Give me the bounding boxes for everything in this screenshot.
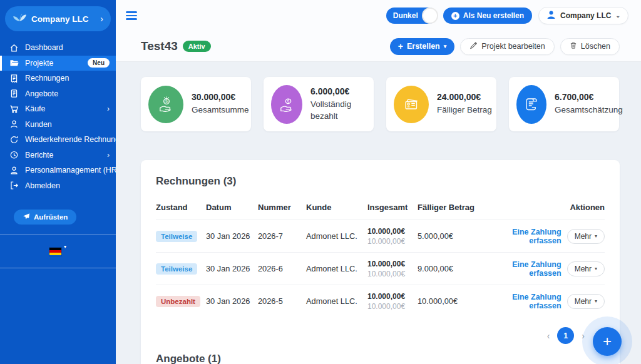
stat-label: Fälliger Betrag <box>437 104 492 116</box>
table-row: Teilweise 30 Jan 2026 2026-7 Admonet LLC… <box>156 220 605 252</box>
delete-label: Löschen <box>581 42 610 51</box>
sidebar-item-kunden[interactable]: Kunden <box>0 117 116 133</box>
company-logo-icon <box>13 12 27 26</box>
invoice-number: 2026-7 <box>258 231 306 241</box>
edit-project-button[interactable]: Projekt bearbeiten <box>460 38 554 55</box>
create-dropdown-button[interactable]: + Erstellen ▾ <box>390 38 455 55</box>
sidebar-item-label: Projekte <box>25 59 53 68</box>
sidebar-item-label: Kunden <box>25 120 52 129</box>
chevron-right-icon: › <box>107 151 110 159</box>
sidebar-item-label: Angebote <box>25 89 58 98</box>
more-button[interactable]: Mehr ▾ <box>567 261 605 276</box>
company-logo-button[interactable]: Company LLC › <box>5 6 111 31</box>
create-as-new-button[interactable]: + Als Neu erstellen <box>443 8 532 24</box>
sidebar-item-berichte[interactable]: Berichte › <box>0 148 116 163</box>
more-label: Mehr <box>575 232 592 241</box>
status-badge: Unbezahlt <box>156 296 200 307</box>
toggle-knob[interactable] <box>422 8 438 24</box>
logout-icon <box>9 181 19 190</box>
language-selector[interactable]: ▾ <box>0 235 116 268</box>
upgrade-button[interactable]: Aufrüsten <box>14 210 76 225</box>
column-header: Datum <box>206 203 258 212</box>
invoice-due: 9.000,00€ <box>418 264 493 273</box>
stat-label: Gesamtschätzung <box>555 104 612 116</box>
sidebar-item-label: Rechnungen <box>25 74 69 83</box>
add-fab-button[interactable]: + <box>593 327 622 356</box>
pencil-icon <box>469 41 478 51</box>
invoice-total-secondary: 10.000,00€ <box>367 270 418 278</box>
column-header: Aktionen <box>493 203 605 212</box>
invoice-customer: Admonet LLC. <box>306 231 367 241</box>
sidebar: Company LLC › Dashboard Projekte Neu <box>0 0 116 364</box>
more-button[interactable]: Mehr ▾ <box>567 229 605 244</box>
sidebar-item-rechnungen[interactable]: Rechnungen <box>0 71 116 86</box>
page-number-button[interactable]: 1 <box>557 327 574 344</box>
trash-icon <box>570 41 577 51</box>
sidebar-item-kaeufe[interactable]: Käufe › <box>0 101 116 117</box>
table-header-row: Zustand Datum Nummer Kunde Insgesamt Fäl… <box>156 196 605 220</box>
record-payment-link[interactable]: Eine Zahlung erfassen <box>493 293 562 310</box>
content-area: $ 30.000,00€ Gesamtsumme € <box>116 62 641 364</box>
neu-badge: Neu <box>88 58 110 68</box>
stat-card-due-amount: 24.000,00€ Fälliger Betrag <box>386 77 496 131</box>
table-row: Unbezahlt 30 Jan 2026 2026-5 Admonet LLC… <box>156 285 605 317</box>
invoice-customer: Admonet LLC. <box>306 296 367 306</box>
more-button[interactable]: Mehr ▾ <box>567 294 605 309</box>
topbar: Dunkel + Als Neu erstellen Company LLC ⌄ <box>116 0 641 31</box>
invoice-number: 2026-6 <box>258 264 306 273</box>
stat-label: Gesamtsumme <box>192 104 249 116</box>
column-header: Nummer <box>258 203 306 212</box>
stat-card-total: $ 30.000,00€ Gesamtsumme <box>141 77 251 131</box>
sidebar-item-abmelden[interactable]: Abmelden <box>0 178 116 194</box>
quote-icon <box>9 89 19 98</box>
record-payment-link[interactable]: Eine Zahlung erfassen <box>493 228 562 245</box>
create-as-new-label: Als Neu erstellen <box>463 11 524 20</box>
stat-amount: 6.000,00€ <box>310 86 368 96</box>
menu-toggle-icon[interactable] <box>126 9 137 22</box>
sidebar-nav: Dashboard Projekte Neu Rechnungen <box>0 40 116 193</box>
svg-text:$: $ <box>165 99 168 103</box>
reports-icon <box>9 150 19 159</box>
invoices-title: Rechnungen (3) <box>156 175 605 188</box>
invoice-total: 10.000,00€ <box>367 260 418 268</box>
table-row: Teilweise 30 Jan 2026 2026-6 Admonet LLC… <box>156 252 605 285</box>
estimate-scroll-icon <box>516 85 546 124</box>
dark-mode-toggle[interactable]: Dunkel <box>386 8 437 24</box>
account-menu[interactable]: Company LLC ⌄ <box>538 7 628 24</box>
sidebar-item-label: Wiederkehrende Rechnung <box>25 135 120 144</box>
sidebar-item-dashboard[interactable]: Dashboard <box>0 40 116 56</box>
hrm-icon <box>9 166 19 175</box>
column-header: Zustand <box>156 203 206 212</box>
invoices-table: Zustand Datum Nummer Kunde Insgesamt Fäl… <box>156 196 605 317</box>
pagination: ‹ 1 › <box>156 327 605 344</box>
cart-icon <box>9 104 19 114</box>
column-header: Kunde <box>306 203 367 212</box>
invoice-due: 5.000,00€ <box>418 231 493 241</box>
invoice-total-secondary: 10.000,00€ <box>367 237 418 246</box>
sidebar-item-label: Dashboard <box>25 43 63 52</box>
prev-page-icon[interactable]: ‹ <box>547 331 550 341</box>
sidebar-item-personalmanagement[interactable]: Personalmanagement (HRM) › <box>0 163 116 178</box>
status-badge: Teilweise <box>156 231 197 242</box>
sidebar-item-wiederkehrende-rechnung[interactable]: Wiederkehrende Rechnung <box>0 132 116 148</box>
hand-coin-icon: $ <box>148 86 183 123</box>
status-badge: Teilweise <box>156 263 197 275</box>
delete-button[interactable]: Löschen <box>560 38 620 55</box>
sidebar-item-projekte[interactable]: Projekte Neu <box>0 56 116 71</box>
more-label: Mehr <box>575 297 592 306</box>
sidebar-item-label: Berichte <box>25 151 53 159</box>
main-area: Dunkel + Als Neu erstellen Company LLC ⌄… <box>116 0 641 364</box>
invoice-date: 30 Jan 2026 <box>206 231 258 241</box>
edit-project-label: Projekt bearbeiten <box>481 42 545 51</box>
payment-card-icon <box>394 86 429 123</box>
invoice-due: 10.000,00€ <box>418 296 493 306</box>
german-flag-icon <box>49 248 61 256</box>
upgrade-label: Aufrüsten <box>34 213 68 221</box>
record-payment-link[interactable]: Eine Zahlung erfassen <box>493 260 562 278</box>
sidebar-collapse-icon[interactable]: › <box>100 14 103 24</box>
home-icon <box>9 43 19 53</box>
sidebar-item-angebote[interactable]: Angebote <box>0 86 116 102</box>
invoice-total: 10.000,00€ <box>367 292 418 301</box>
invoice-date: 30 Jan 2026 <box>206 264 258 273</box>
invoice-number: 2026-5 <box>258 296 306 306</box>
